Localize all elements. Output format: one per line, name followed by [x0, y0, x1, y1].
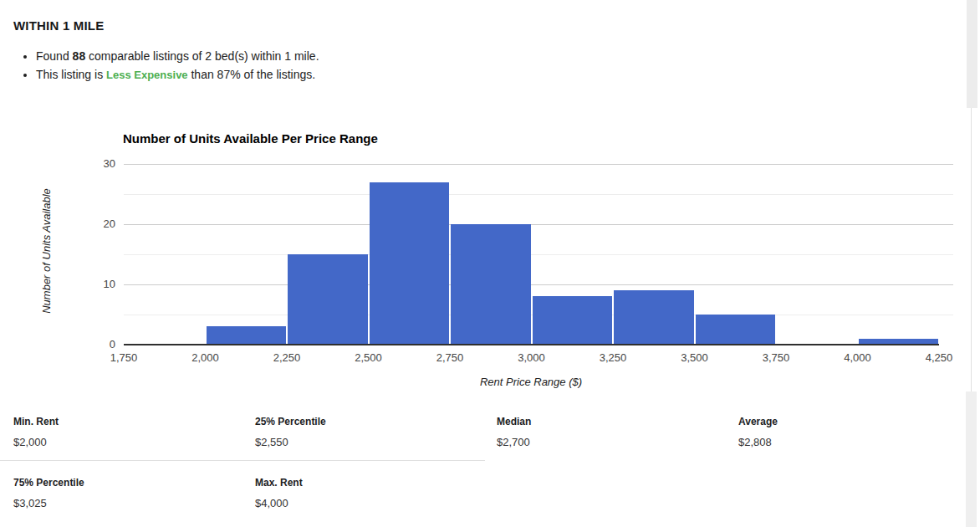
summary-bullet-list: Found 88 comparable listings of 2 bed(s)… [13, 48, 319, 84]
stats-row-divider [0, 460, 485, 461]
x-tick-label: 3,750 [743, 351, 809, 365]
x-tick-label: 4,250 [906, 351, 972, 365]
listing-count: 88 [73, 49, 86, 63]
rent-comparison-panel: WITHIN 1 MILE Found 88 comparable listin… [0, 0, 980, 527]
histogram-bar[interactable] [451, 224, 531, 345]
stat-value: $3,025 [13, 497, 47, 509]
right-scrollbar-upper-segment[interactable] [967, 0, 977, 108]
stat-value: $2,000 [13, 436, 47, 448]
bullet-text: than 87% of the listings. [188, 68, 316, 81]
x-tick-label: 2,000 [172, 351, 239, 365]
histogram-plot-area [124, 164, 953, 345]
major-gridline [124, 284, 953, 285]
x-tick-label: 2,500 [335, 351, 402, 365]
y-axis-title: Number of Units Available [40, 188, 53, 314]
x-axis-title: Rent Price Range ($) [447, 376, 615, 388]
y-tick-label: 0 [82, 337, 115, 352]
right-scrollbar-lower-segment[interactable] [966, 391, 977, 527]
less-expensive-badge: Less Expensive [106, 69, 188, 81]
summary-bullet-price-position: This listing is Less Expensive than 87% … [36, 66, 319, 84]
x-tick-label: 3,000 [498, 351, 565, 365]
stat-value: $2,550 [255, 436, 288, 448]
y-tick-label: 10 [82, 277, 115, 292]
section-title: WITHIN 1 MILE [13, 18, 104, 33]
minor-gridline [124, 254, 953, 255]
stat-label: 25% Percentile [255, 416, 326, 427]
x-tick-label: 3,500 [661, 351, 728, 365]
histogram-bar[interactable] [207, 326, 287, 345]
minor-gridline [124, 194, 953, 195]
rent-stats-summary: Min. Rent$2,00025% Percentile$2,550Media… [0, 410, 980, 527]
x-tick-label: 4,000 [824, 351, 891, 365]
histogram-bar[interactable] [533, 296, 613, 345]
stat-label: Median [497, 416, 531, 427]
x-axis-baseline [124, 344, 939, 345]
x-tick-label: 3,250 [579, 351, 646, 365]
stat-value: $2,808 [738, 436, 772, 448]
stat-label: 75% Percentile [13, 477, 84, 489]
histogram-bar[interactable] [696, 315, 776, 345]
histogram-bar[interactable] [614, 290, 694, 345]
x-tick-label: 1,750 [90, 351, 157, 365]
major-gridline [124, 164, 953, 165]
x-tick-label: 2,250 [253, 351, 320, 365]
summary-bullet-count: Found 88 comparable listings of 2 bed(s)… [36, 48, 319, 65]
y-tick-label: 20 [82, 217, 115, 232]
stat-value: $4,000 [255, 497, 288, 509]
stat-label: Max. Rent [255, 477, 303, 489]
bullet-text: Found [36, 49, 73, 63]
y-tick-label: 30 [82, 156, 115, 171]
histogram-bar[interactable] [370, 182, 450, 345]
stat-label: Min. Rent [13, 416, 59, 427]
histogram-bar[interactable] [288, 254, 368, 345]
stat-label: Average [738, 416, 778, 427]
stat-value: $2,700 [497, 436, 530, 448]
x-tick-label: 2,750 [416, 351, 483, 365]
chart-title: Number of Units Available Per Price Rang… [123, 131, 378, 146]
bullet-text: This listing is [36, 68, 106, 81]
major-gridline [124, 224, 953, 225]
bullet-text: comparable listings of 2 bed(s) within 1… [85, 49, 319, 63]
